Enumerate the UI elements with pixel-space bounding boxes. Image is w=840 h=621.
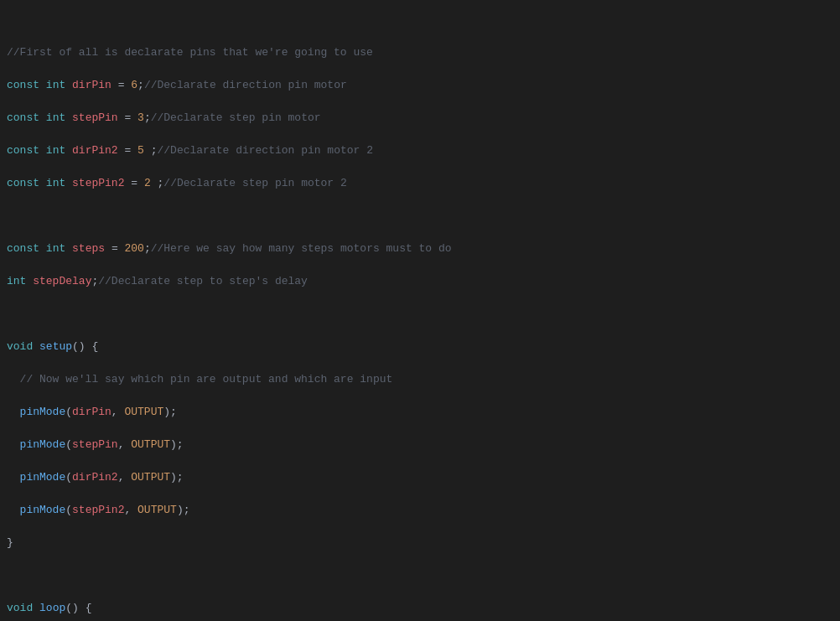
line-7: const int steps = 200;//Here we say how … [7,241,833,257]
line-9 [7,306,833,323]
line-16: } [7,535,833,551]
line-8: int stepDelay;//Declarate step to step's… [7,273,833,290]
line-1: //First of all is declarate pins that we… [7,44,833,61]
line-15: pinMode(stepPin2, OUTPUT); [7,502,833,519]
line-5: const int stepPin2 = 2 ;//Declarate step… [7,175,833,192]
code-editor: //First of all is declarate pins that we… [0,8,840,621]
line-6 [7,208,833,225]
line-14: pinMode(dirPin2, OUTPUT); [7,469,833,486]
line-10: void setup() { [7,339,833,355]
line-12: pinMode(dirPin, OUTPUT); [7,404,833,421]
line-13: pinMode(stepPin, OUTPUT); [7,437,833,453]
line-2: const int dirPin = 6;//Declarate directi… [7,77,833,94]
line-4: const int dirPin2 = 5 ;//Declarate direc… [7,142,833,159]
line-17 [7,567,833,584]
line-18: void loop() { [7,600,833,617]
line-3: const int stepPin = 3;//Declarate step p… [7,110,833,127]
line-11: // Now we'll say which pin are output an… [7,371,833,388]
